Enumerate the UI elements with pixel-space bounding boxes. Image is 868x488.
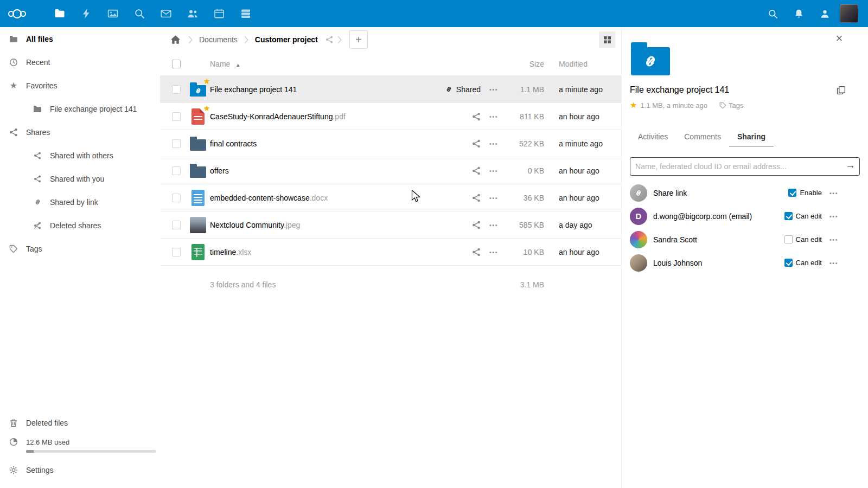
sidebar-bottom: Deleted files 12.6 MB used Settings — [0, 411, 160, 481]
file-row-embedded-content-showcase[interactable]: embedded-content-showcase.docx ••• 36 KB… — [160, 184, 621, 211]
share-toggle-label[interactable]: Enable — [800, 189, 821, 197]
deck-app-icon[interactable] — [232, 0, 259, 27]
more-actions-button[interactable]: ••• — [483, 86, 505, 93]
share-button[interactable] — [472, 194, 483, 202]
more-actions-button[interactable]: ••• — [483, 140, 505, 147]
row-checkbox[interactable] — [172, 166, 181, 175]
file-name[interactable]: timeline.xlsx — [210, 248, 472, 256]
files-app-icon[interactable] — [46, 0, 73, 27]
file-row-casestudy-pdf[interactable]: ★ CaseStudy-KonradAdenauerStiftung.pdf •… — [160, 103, 621, 130]
file-row-final-contracts[interactable]: final contracts ••• 522 KB a minute ago — [160, 130, 621, 157]
share-more-button[interactable]: ••• — [829, 236, 838, 243]
select-all-checkbox[interactable] — [172, 60, 181, 68]
share-icon — [472, 221, 481, 229]
calendar-app-icon[interactable] — [206, 0, 232, 27]
row-checkbox[interactable] — [172, 139, 181, 148]
share-toggle-label[interactable]: Can edit — [796, 235, 822, 243]
share-button[interactable] — [472, 221, 483, 229]
tab-comments[interactable]: Comments — [676, 127, 729, 146]
file-modified: an hour ago — [556, 194, 621, 202]
top-navigation-bar — [0, 0, 868, 27]
file-name[interactable]: embedded-content-showcase.docx — [210, 194, 472, 202]
share-more-button[interactable]: ••• — [829, 213, 838, 220]
search-icon[interactable] — [760, 0, 786, 27]
sidebar-item-shares[interactable]: Shares — [0, 120, 160, 144]
share-more-button[interactable]: ••• — [829, 260, 838, 266]
more-actions-button[interactable]: ••• — [483, 113, 505, 120]
file-row-file-exchange-project[interactable]: ★ File exchange project 141 Shared ••• 1… — [160, 76, 621, 103]
sidebar-item-favorite-folder[interactable]: File exchange project 141 — [0, 97, 160, 120]
search-app-icon[interactable] — [126, 0, 152, 27]
nextcloud-logo[interactable] — [0, 9, 34, 18]
sidebar-item-shared-with-others[interactable]: Shared with others — [0, 144, 160, 167]
sidebar-item-settings[interactable]: Settings — [0, 458, 160, 481]
column-header-modified[interactable]: Modified — [556, 60, 621, 68]
shared-status-button[interactable]: Shared — [445, 85, 483, 94]
share-entry-link: Share link Enable ••• — [630, 181, 860, 204]
sidebar-item-shared-with-you[interactable]: Shared with you — [0, 167, 160, 190]
row-checkbox[interactable] — [172, 85, 181, 94]
more-actions-button[interactable]: ••• — [483, 168, 505, 174]
file-row-offers[interactable]: offers ••• 0 KB an hour ago — [160, 157, 621, 184]
home-breadcrumb-icon[interactable] — [167, 28, 184, 52]
row-checkbox[interactable] — [172, 112, 181, 121]
activity-app-icon[interactable] — [73, 0, 99, 27]
enable-link-checkbox[interactable] — [788, 189, 796, 197]
file-name[interactable]: offers — [210, 166, 472, 175]
sidebar-item-deleted-shares[interactable]: Deleted shares — [0, 214, 160, 237]
sidebar-item-recent[interactable]: Recent — [0, 50, 160, 74]
confirm-share-icon[interactable]: → — [845, 159, 856, 171]
contacts-app-icon[interactable] — [179, 0, 206, 27]
gallery-app-icon[interactable] — [99, 0, 126, 27]
share-button[interactable] — [472, 139, 483, 148]
copy-link-icon[interactable] — [837, 86, 846, 95]
grid-view-toggle-button[interactable] — [599, 31, 615, 48]
share-button[interactable] — [472, 166, 483, 175]
close-icon[interactable]: × — [832, 31, 846, 46]
can-edit-checkbox[interactable] — [784, 235, 793, 243]
share-icon — [472, 194, 481, 202]
column-header-name[interactable]: Name ▲ — [210, 60, 481, 68]
sidebar-item-shared-by-link[interactable]: Shared by link — [0, 190, 160, 214]
file-name[interactable]: CaseStudy-KonradAdenauerStiftung.pdf — [210, 112, 472, 121]
row-checkbox[interactable] — [172, 194, 181, 202]
share-more-button[interactable]: ••• — [829, 190, 838, 196]
file-name[interactable]: File exchange project 141 — [210, 85, 445, 94]
row-checkbox[interactable] — [172, 221, 181, 229]
tab-sharing[interactable]: Sharing — [729, 127, 774, 146]
row-checkbox[interactable] — [172, 248, 181, 256]
breadcrumb-documents[interactable]: Documents — [197, 35, 240, 44]
sidebar-item-deleted-files[interactable]: Deleted files — [0, 411, 160, 434]
contacts-menu-icon[interactable] — [812, 0, 838, 27]
share-button[interactable] — [472, 248, 483, 256]
share-toggle-label[interactable]: Can edit — [796, 212, 822, 220]
file-row-nextcloud-community[interactable]: Nextcloud Community.jpeg ••• 585 KB a da… — [160, 211, 621, 239]
user-avatar[interactable] — [840, 4, 858, 23]
file-name[interactable]: Nextcloud Community.jpeg — [210, 221, 472, 229]
share-toggle-label[interactable]: Can edit — [796, 259, 822, 267]
more-actions-button[interactable]: ••• — [483, 195, 505, 201]
sharee-avatar — [630, 231, 647, 248]
sidebar-item-tags[interactable]: Tags — [0, 237, 160, 260]
can-edit-checkbox[interactable] — [784, 259, 793, 267]
breadcrumb-current-folder[interactable]: Customer project — [253, 35, 320, 44]
notifications-bell-icon[interactable] — [786, 0, 812, 27]
sidebar-item-label: Shared with you — [50, 175, 104, 183]
favorite-star-icon[interactable]: ★ — [630, 100, 637, 110]
tags-button[interactable]: Tags — [719, 101, 743, 110]
new-file-button[interactable]: + — [349, 30, 368, 49]
breadcrumb-share-icon[interactable] — [326, 36, 333, 43]
file-name[interactable]: final contracts — [210, 139, 472, 148]
column-header-size[interactable]: Size — [505, 60, 556, 68]
share-entry-dwong: D d.wong@bigcorp.com (email) Can edit ••… — [630, 204, 860, 228]
share-button[interactable] — [472, 112, 483, 121]
sharee-search-input[interactable] — [630, 157, 860, 176]
file-row-timeline[interactable]: timeline.xlsx ••• 10 KB an hour ago — [160, 239, 621, 266]
mail-app-icon[interactable] — [152, 0, 179, 27]
can-edit-checkbox[interactable] — [784, 212, 793, 220]
sidebar-item-all-files[interactable]: All files — [0, 27, 160, 50]
tab-activities[interactable]: Activities — [630, 127, 676, 146]
sidebar-item-favorites[interactable]: ★ Favorites — [0, 74, 160, 97]
more-actions-button[interactable]: ••• — [483, 249, 505, 255]
more-actions-button[interactable]: ••• — [483, 222, 505, 228]
